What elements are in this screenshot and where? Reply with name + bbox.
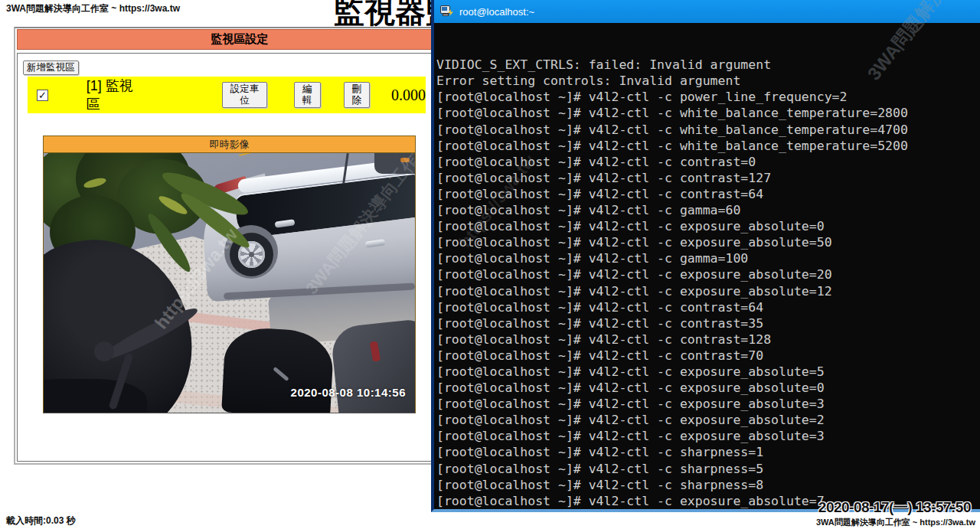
terminal-line: [root@localhost ~]# v4l2-ctl -c sharpnes…	[436, 477, 980, 493]
delete-button[interactable]: 刪除	[344, 82, 370, 108]
terminal-line: [root@localhost ~]# v4l2-ctl -c contrast…	[436, 348, 980, 364]
terminal-line: [root@localhost ~]# v4l2-ctl -c exposure…	[436, 364, 980, 380]
monitor-settings-panel: 監視區設定 新增監視區 ✓ [1] 監視區 設定車位 編輯 刪除 0.000 即…	[14, 27, 466, 465]
camera-feed-image: https://3wa.tw 3WA問題解決導向工作室 2020-08-08 1…	[43, 153, 416, 413]
terminal-titlebar[interactable]: root@localhost:~	[434, 0, 980, 23]
terminal-line: [root@localhost ~]# v4l2-ctl -c exposure…	[436, 266, 980, 282]
load-time-status: 載入時間:0.03 秒	[6, 514, 76, 527]
panel-header: 監視區設定	[17, 29, 462, 50]
terminal-title: root@localhost:~	[459, 6, 534, 18]
zone-checkbox[interactable]: ✓	[37, 90, 48, 101]
zone-value: 0.000	[391, 87, 426, 104]
live-view-header: 即時影像	[43, 136, 416, 153]
car-wheel-hub	[249, 252, 254, 257]
terminal-line: [root@localhost ~]# v4l2-ctl -c exposure…	[436, 283, 980, 299]
screen: 監視器監 3WA問題解決導向工作室 ~ https://3wa.tw 監視區設定…	[0, 0, 980, 529]
terminal-line: [root@localhost ~]# v4l2-ctl -c exposure…	[436, 412, 980, 428]
edit-button[interactable]: 編輯	[294, 82, 320, 108]
watermark-bottom-right: 3WA問題解決導向工作室 ~ https://3wa.tw	[816, 517, 975, 528]
putty-terminal-icon	[440, 5, 454, 18]
zone-label: [1] 監視區	[87, 77, 145, 113]
terminal-line: [root@localhost ~]# v4l2-ctl -c gamma=60	[436, 202, 980, 218]
watermark-top-left: 3WA問題解決導向工作室 ~ https://3wa.tw	[6, 2, 180, 15]
mirror-shadow-knob	[94, 341, 114, 361]
terminal-line: [root@localhost ~]# v4l2-ctl -c contrast…	[436, 315, 980, 331]
terminal-line: [root@localhost ~]# v4l2-ctl -c exposure…	[436, 396, 980, 412]
terminal-line: [root@localhost ~]# v4l2-ctl -c sharpnes…	[436, 461, 980, 477]
terminal-line: [root@localhost ~]# v4l2-ctl -c sharpnes…	[436, 444, 980, 460]
terminal-line: [root@localhost ~]# v4l2-ctl -c power_li…	[436, 89, 980, 105]
terminal-window: root@localhost:~ VIDIOC_S_EXT_CTRLS: fai…	[431, 0, 980, 512]
terminal-line: [root@localhost ~]# v4l2-ctl -c contrast…	[436, 331, 980, 348]
terminal-line: [root@localhost ~]# v4l2-ctl -c contrast…	[436, 299, 980, 315]
camera-timestamp: 2020-08-08 10:14:56	[291, 386, 406, 399]
terminal-line: [root@localhost ~]# v4l2-ctl -c exposure…	[436, 428, 980, 444]
terminal-line: [root@localhost ~]# v4l2-ctl -c exposure…	[436, 380, 980, 396]
monitor-zone-row: ✓ [1] 監視區 設定車位 編輯 刪除 0.000	[28, 77, 426, 113]
set-parking-space-button[interactable]: 設定車位	[222, 82, 267, 108]
add-monitor-zone-button[interactable]: 新增監視區	[23, 60, 79, 75]
terminal-line: [root@localhost ~]# v4l2-ctl -c white_ba…	[436, 122, 980, 138]
terminal-line: Error setting controls: Invalid argument	[436, 73, 980, 89]
panel-inner-box: 新增監視區 ✓ [1] 監視區 設定車位 編輯 刪除 0.000 即時影像	[17, 53, 462, 462]
terminal-line: [root@localhost ~]# v4l2-ctl -c white_ba…	[436, 105, 980, 121]
terminal-line: [root@localhost ~]# v4l2-ctl -c exposure…	[436, 218, 980, 234]
terminal-body[interactable]: VIDIOC_S_EXT_CTRLS: failed: Invalid argu…	[434, 23, 980, 509]
terminal-line: [root@localhost ~]# v4l2-ctl -c white_ba…	[436, 138, 980, 154]
scooter-body-right	[330, 318, 416, 413]
terminal-line: [root@localhost ~]# v4l2-ctl -c gamma=10…	[436, 250, 980, 266]
desktop-clock: 2020-08-17(一) 13:57:50	[818, 498, 971, 518]
terminal-line: [root@localhost ~]# v4l2-ctl -c exposure…	[436, 234, 980, 250]
